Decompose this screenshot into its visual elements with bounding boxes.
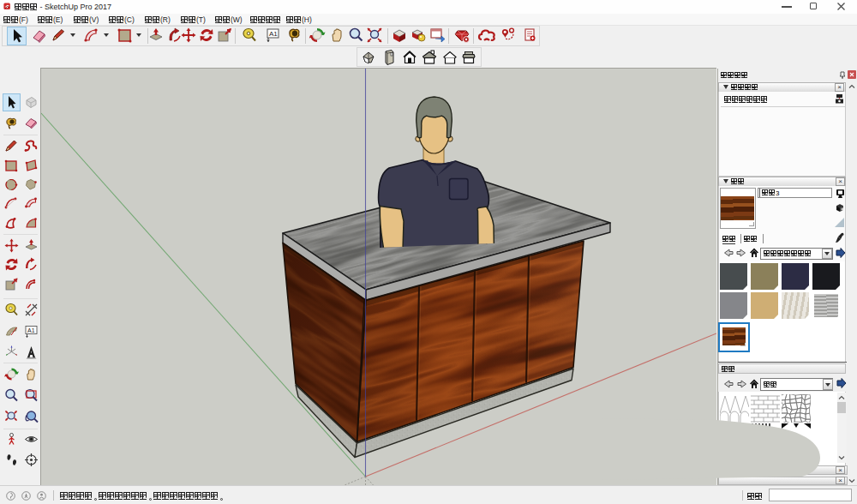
svg-text:A1: A1 [27, 327, 35, 333]
svg-text:A1: A1 [269, 30, 278, 38]
